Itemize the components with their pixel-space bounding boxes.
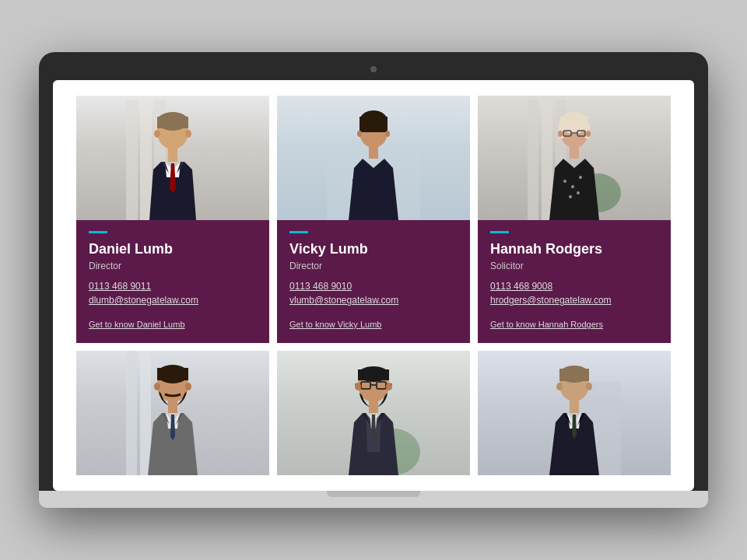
team-card-man2 [277,351,470,475]
svg-point-54 [386,383,392,390]
svg-rect-8 [168,148,177,162]
svg-point-28 [558,131,563,137]
person-illustration-man2 [327,351,420,475]
svg-point-29 [586,131,591,137]
email-vicky[interactable]: vlumb@stonegatelaw.com [289,295,458,306]
svg-rect-55 [369,401,378,413]
person-illustration-daniel [126,100,219,220]
website-content: Daniel Lumb Director 0113 468 9011 dlumb… [53,80,694,492]
svg-point-33 [579,176,582,179]
svg-point-60 [556,383,563,390]
svg-point-14 [385,131,390,137]
svg-rect-16 [528,100,538,220]
team-card-man1 [76,351,269,475]
accent-bar-vicky [289,231,308,233]
team-card-vicky: Vicky Lumb Director 0113 468 9010 vlumb@… [277,96,470,344]
svg-rect-1 [140,100,152,220]
svg-point-7 [185,130,191,138]
title-vicky: Director [289,261,458,271]
svg-rect-47 [358,369,389,380]
phone-daniel[interactable]: 0113 468 9011 [89,281,257,292]
svg-point-41 [154,383,160,390]
accent-bar-daniel [89,231,107,233]
svg-rect-0 [126,100,138,220]
team-photo-daniel [76,96,269,220]
team-info-daniel: Daniel Lumb Director 0113 468 9011 dlumb… [76,220,269,344]
person-illustration-vicky [327,100,420,220]
svg-rect-22 [560,117,588,129]
team-photo-man3 [478,351,671,475]
svg-rect-15 [369,146,378,159]
svg-rect-62 [570,400,579,413]
svg-rect-37 [140,351,151,475]
svg-rect-5 [157,117,188,128]
link-daniel[interactable]: Get to know Daniel Lumb [89,320,185,329]
email-daniel[interactable]: dlumb@stonegatelaw.com [89,295,257,306]
team-info-vicky: Vicky Lumb Director 0113 468 9010 vlumb@… [277,220,470,344]
phone-hannah[interactable]: 0113 468 9008 [490,281,658,292]
name-daniel: Daniel Lumb [89,241,257,258]
title-daniel: Director [89,261,257,271]
svg-point-32 [571,185,574,188]
svg-rect-12 [359,117,388,132]
svg-point-6 [154,130,160,138]
link-vicky[interactable]: Get to know Vicky Lumb [289,320,381,329]
team-card-daniel: Daniel Lumb Director 0113 468 9011 dlumb… [76,96,269,344]
phone-vicky[interactable]: 0113 468 9010 [289,281,458,292]
svg-rect-40 [157,368,188,380]
team-info-hannah: Hannah Rodgers Solicitor 0113 468 9008 h… [478,220,671,344]
svg-point-35 [577,191,580,194]
svg-point-31 [563,180,566,183]
svg-point-53 [355,383,361,390]
email-hannah[interactable]: hrodgers@stonegatelaw.com [490,295,658,306]
team-grid: Daniel Lumb Director 0113 468 9011 dlumb… [76,96,671,476]
svg-point-42 [185,383,191,390]
svg-rect-17 [542,100,552,220]
svg-point-61 [586,383,592,390]
laptop-frame: Daniel Lumb Director 0113 468 9011 dlumb… [39,52,708,509]
laptop-screen: Daniel Lumb Director 0113 468 9011 dlumb… [53,80,694,492]
svg-point-13 [357,131,362,137]
svg-rect-30 [570,146,579,159]
link-hannah[interactable]: Get to know Hannah Rodgers [490,320,603,329]
person-illustration-man3 [528,351,621,475]
svg-rect-59 [559,369,589,381]
team-photo-man2 [277,351,470,475]
team-photo-man1 [76,351,269,475]
team-photo-hannah [478,96,671,220]
laptop-camera [370,66,377,72]
person-illustration-hannah [528,100,621,220]
team-card-hannah: Hannah Rodgers Solicitor 0113 468 9008 h… [478,96,671,344]
team-card-man3 [478,351,671,475]
laptop-base [39,491,708,508]
team-photo-vicky [277,96,470,220]
svg-rect-36 [126,351,137,475]
person-illustration-man1 [126,351,219,475]
svg-point-34 [569,195,572,198]
title-hannah: Solicitor [490,261,658,271]
name-hannah: Hannah Rodgers [490,241,658,258]
name-vicky: Vicky Lumb [289,241,458,258]
svg-rect-43 [168,401,177,413]
accent-bar-hannah [490,231,509,233]
